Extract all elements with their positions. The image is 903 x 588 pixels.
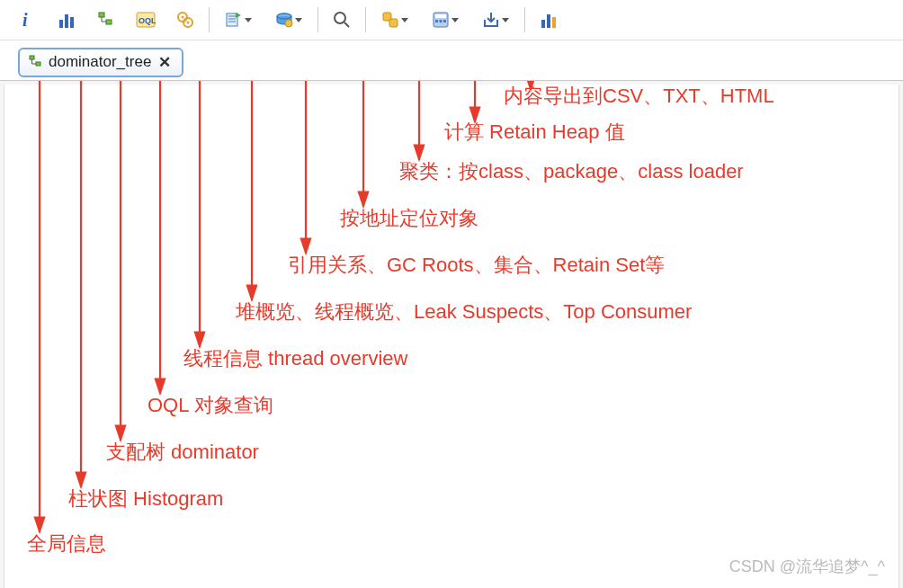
- close-icon[interactable]: ✕: [156, 53, 173, 72]
- svg-rect-2: [65, 14, 68, 28]
- svg-rect-23: [440, 20, 443, 22]
- histogram-button[interactable]: [52, 5, 81, 34]
- svg-rect-26: [547, 14, 550, 28]
- svg-text:i: i: [22, 11, 28, 29]
- svg-point-16: [335, 13, 345, 23]
- svg-rect-22: [435, 20, 438, 22]
- watermark: CSDN @流华追梦^_^: [729, 556, 885, 577]
- chevron-down-icon: [245, 18, 252, 22]
- svg-rect-4: [99, 13, 104, 17]
- svg-rect-19: [389, 19, 398, 27]
- tab-bar: dominator_tree ✕: [0, 40, 903, 81]
- tab-label: dominator_tree: [49, 53, 151, 71]
- info-button[interactable]: i: [13, 5, 41, 34]
- export-dropdown[interactable]: [476, 5, 515, 34]
- svg-rect-5: [106, 20, 112, 24]
- svg-rect-27: [552, 17, 556, 28]
- selected-histogram-button[interactable]: [534, 5, 563, 34]
- chevron-down-icon: [502, 18, 509, 22]
- svg-rect-21: [435, 14, 446, 18]
- search-button[interactable]: [327, 5, 356, 34]
- chevron-down-icon: [401, 18, 408, 22]
- svg-text:OQL: OQL: [139, 16, 156, 25]
- separator: [317, 7, 318, 32]
- groupby-dropdown[interactable]: [375, 5, 415, 34]
- svg-rect-29: [36, 62, 40, 66]
- svg-rect-24: [443, 20, 446, 22]
- tab-dominator-tree[interactable]: dominator_tree ✕: [18, 48, 183, 77]
- oql-button[interactable]: OQL: [131, 5, 160, 34]
- separator: [365, 7, 366, 32]
- chevron-down-icon: [452, 18, 459, 22]
- calc-dropdown[interactable]: [425, 5, 465, 34]
- separator: [524, 7, 525, 32]
- svg-line-17: [344, 22, 349, 27]
- svg-point-15: [285, 20, 292, 27]
- separator: [209, 7, 210, 32]
- svg-rect-1: [59, 20, 63, 28]
- thread-button[interactable]: [171, 5, 200, 34]
- svg-point-10: [182, 16, 184, 19]
- dominator-tree-button[interactable]: [92, 5, 121, 34]
- content-area: [4, 85, 899, 588]
- svg-rect-28: [30, 56, 34, 59]
- chevron-down-icon: [295, 18, 302, 22]
- tree-icon: [29, 55, 43, 69]
- toolbar: i OQL: [0, 0, 903, 40]
- svg-point-11: [187, 22, 190, 24]
- svg-rect-3: [70, 17, 74, 28]
- svg-rect-25: [541, 20, 545, 28]
- reference-dropdown[interactable]: [269, 5, 308, 34]
- overview-dropdown[interactable]: [219, 5, 258, 34]
